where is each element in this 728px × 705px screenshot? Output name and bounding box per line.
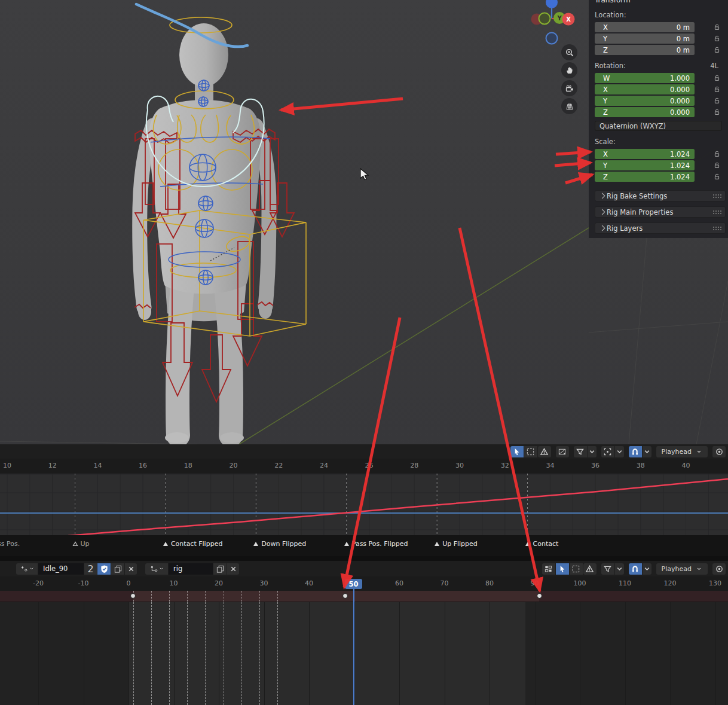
fake-user-shield-button[interactable]	[97, 563, 111, 575]
new-slot-button[interactable]	[213, 563, 227, 575]
marker-strip[interactable]: Pass Pos.UpContact FlippedDown FlippedPa…	[0, 535, 728, 556]
frame-tick-label: 18	[184, 462, 192, 469]
lock-icon[interactable]	[713, 35, 721, 42]
rig-main-properties-panel[interactable]: Rig Main Properties	[595, 206, 726, 218]
keyframe-dot[interactable]	[130, 593, 136, 599]
marker-line	[259, 602, 260, 705]
action-editor-ruler[interactable]: -20-100102030405060708090100110120130	[0, 576, 728, 591]
pivot-dropdown-chevron[interactable]	[615, 446, 624, 457]
panel-grip-icon[interactable]	[712, 210, 721, 215]
action-name-field[interactable]: Idle_90	[38, 563, 84, 575]
navigation-gizmo[interactable]: Y X	[525, 0, 580, 47]
scale-y-field[interactable]: Y1.024	[595, 160, 695, 170]
action-users-count-button[interactable]: 2	[84, 563, 97, 575]
rig-layers-panel[interactable]: Rig Layers	[595, 222, 726, 234]
rotation-z-field[interactable]: Z0.000	[595, 107, 695, 117]
marker-label[interactable]: Contact	[533, 540, 559, 548]
unlink-slot-button[interactable]	[227, 563, 239, 575]
lock-icon[interactable]	[713, 97, 721, 105]
marker-label[interactable]: Pass Pos.	[0, 540, 20, 548]
keyframe-summary-band[interactable]	[0, 591, 728, 602]
rotation-w-field[interactable]: W1.000	[595, 73, 695, 83]
gizmo-axis-neg-z	[546, 33, 558, 44]
scale-x-field[interactable]: X1.024	[595, 149, 695, 159]
pivot-point-button[interactable]	[601, 446, 614, 457]
playhead-snap-dropdown[interactable]: Playhead	[656, 563, 708, 575]
tweak-tool-button[interactable]	[510, 446, 524, 457]
rotation-x-field[interactable]: X0.000	[595, 84, 695, 94]
frame-tick-label: -10	[78, 579, 89, 587]
snap-dropdown-chevron[interactable]	[643, 446, 651, 457]
lock-icon[interactable]	[713, 173, 721, 181]
rotation-y-field[interactable]: Y0.000	[595, 96, 695, 106]
playhead-frame-badge[interactable]: 50	[345, 579, 362, 589]
action-editor-canvas[interactable]	[0, 602, 728, 705]
keying-record-button[interactable]	[712, 446, 726, 457]
lock-icon[interactable]	[713, 86, 721, 93]
marker-label[interactable]: Up Flipped	[442, 540, 478, 548]
snap-magnet-button[interactable]	[629, 446, 642, 457]
panel-grip-icon[interactable]	[712, 194, 721, 199]
playhead-line[interactable]	[353, 589, 354, 705]
panel-grip-icon[interactable]	[712, 226, 721, 231]
snap-dropdown-chevron[interactable]	[643, 563, 651, 575]
rig-bake-settings-panel[interactable]: Rig Bake Settings	[595, 190, 726, 202]
marker-triangle[interactable]	[72, 541, 78, 547]
playhead-snap-dropdown[interactable]: Playhead	[656, 446, 708, 457]
channels-layers-button[interactable]	[542, 563, 555, 575]
slot-name-field[interactable]: rig	[169, 563, 213, 575]
keying-record-button[interactable]	[712, 563, 726, 575]
grid-line	[670, 602, 671, 705]
filter-dropdown-chevron[interactable]	[615, 563, 624, 575]
keyframe-dot[interactable]	[342, 593, 348, 599]
slot-browse-dropdown[interactable]	[145, 563, 168, 575]
filter-button[interactable]	[574, 446, 587, 457]
location-x-field[interactable]: X0 m	[595, 22, 695, 32]
scale-z-field[interactable]: Z1.024	[595, 172, 695, 182]
marker-label[interactable]: Pass Pos. Flipped	[352, 540, 408, 548]
grid-line	[129, 602, 129, 705]
unlink-action-button[interactable]	[125, 563, 137, 575]
mannequin-character[interactable]	[138, 23, 272, 443]
marker-triangle[interactable]	[344, 541, 350, 547]
camera-view-button[interactable]	[561, 80, 577, 96]
pan-tool-button[interactable]	[561, 62, 577, 78]
marker-triangle[interactable]	[434, 541, 440, 547]
graph-editor-ruler[interactable]: 10121416182022242628303234363840	[0, 459, 728, 474]
marker-label[interactable]: Down Flipped	[261, 540, 306, 548]
filter-dropdown-chevron[interactable]	[588, 446, 597, 457]
lock-icon[interactable]	[713, 161, 721, 169]
marker-triangle[interactable]	[253, 541, 259, 547]
marker-line	[224, 602, 224, 705]
lock-icon[interactable]	[713, 74, 721, 82]
location-y-field[interactable]: Y0 m	[595, 33, 695, 44]
lock-icon[interactable]	[713, 150, 721, 158]
box-select-button[interactable]	[524, 446, 537, 457]
new-action-button[interactable]	[111, 563, 124, 575]
location-z-row: Z0 m	[595, 45, 728, 55]
grid-ortho-button[interactable]	[561, 98, 577, 114]
location-z-field[interactable]: Z0 m	[595, 45, 695, 55]
tweak-tool-button[interactable]	[556, 563, 569, 575]
snap-magnet-button[interactable]	[629, 563, 642, 575]
marker-label[interactable]: Up	[81, 540, 90, 548]
action-browse-dropdown[interactable]	[16, 563, 38, 575]
graph-editor-canvas[interactable]	[0, 474, 728, 535]
show-errors-button[interactable]	[538, 446, 551, 457]
show-errors-button[interactable]	[583, 563, 597, 575]
lock-icon[interactable]	[713, 108, 721, 116]
marker-triangle[interactable]	[163, 541, 169, 547]
marker-line	[259, 591, 260, 602]
box-select-button[interactable]	[570, 563, 583, 575]
filter-button[interactable]	[601, 563, 614, 575]
zoom-tool-button[interactable]	[561, 44, 577, 60]
lock-icon[interactable]	[713, 23, 721, 31]
grid-line	[219, 602, 219, 705]
marker-triangle[interactable]	[525, 541, 531, 547]
lock-icon[interactable]	[713, 46, 721, 54]
rotation-mode-dropdown[interactable]: Quaternion (WXYZ)	[595, 121, 722, 131]
transform-panel-title[interactable]: Transform	[595, 0, 728, 4]
marker-label[interactable]: Contact Flipped	[171, 540, 222, 548]
normalize-button[interactable]	[556, 446, 569, 457]
keyframe-dot[interactable]	[537, 593, 542, 599]
